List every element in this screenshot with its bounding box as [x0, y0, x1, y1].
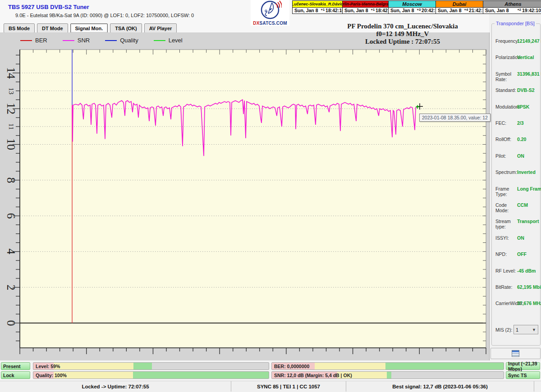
transponder-value: 2/3	[517, 120, 524, 126]
transponder-label: Polarization:	[495, 55, 517, 60]
transponder-row-frequency: Frequency:12149,247 MHz	[495, 38, 538, 44]
clock-time: Sun, Jan 8+118:42:10	[343, 8, 388, 14]
transponder-row-streamtype: Stream type:Transport	[495, 219, 538, 229]
transponder-label: Pilot:	[495, 153, 517, 159]
transponder-label: FEC:	[495, 120, 517, 126]
status-bar: Locked -> Uptime: 72:07:55 SYNC 85 | TEI…	[0, 381, 541, 392]
transponder-row-polarization: Polarization:Vertical	[495, 55, 538, 60]
y-axis-label-0: 0	[4, 320, 18, 326]
level-meter-label: Level: 59%	[33, 364, 60, 369]
satellite-subtitle: 9.0E - Eutelsat 9B/Ka-Sat 9A (ID: 0090) …	[15, 13, 194, 18]
transponder-label: ISSYI:	[495, 235, 517, 241]
transponder-label: Frequency:	[495, 38, 517, 44]
mode-tabs: BS ModeDT ModeSignal Mon.TSA (OK)AV Play…	[4, 23, 177, 33]
transponder-label: Standard:	[495, 87, 517, 93]
transponder-label: Spectrum:	[495, 169, 517, 175]
tab-dt-mode[interactable]: DT Mode	[37, 23, 68, 33]
transponder-row-symbolrate: Symbol Rate:31396,831 KS/s	[495, 71, 538, 82]
clock-berlin-paris-vienna-belg: Berlin-Paris-Vienna-BelgradeSun, Jan 8+1…	[343, 0, 389, 14]
chart-uptime: Locked Uptime : 72:07:55	[315, 38, 491, 46]
transponder-row-npd: NPD:OFF	[495, 251, 538, 257]
y-axis-label-13: 13	[7, 87, 15, 94]
snr-meter: SNR: 12,0 dB (Margin: 5,4 dB | OK)	[271, 371, 504, 379]
level-meter: Level: 59%	[33, 362, 269, 370]
chevron-down-icon: ▼	[532, 328, 536, 332]
transponder-value: Vertical	[517, 55, 534, 60]
plot-area[interactable]	[20, 50, 486, 348]
clock-dubai: DubaiSun, Jan 8+421:42:10	[436, 0, 483, 14]
transponder-value: -45 dBm	[517, 268, 536, 273]
status-uptime: Locked -> Uptime: 72:07:55	[0, 381, 231, 392]
ber-meter-label: BER: 0,0000000	[272, 364, 309, 369]
transponder-label: RollOff:	[495, 137, 517, 142]
lock-badge: Lock	[1, 371, 30, 379]
mis-row: MIS (2): 1 ▼	[495, 325, 538, 334]
y-axis-label-12: 12	[4, 103, 18, 114]
clock-time: Sun, Jan 8+219:42:10	[483, 8, 541, 14]
clock-city-label: Moscow	[389, 1, 436, 8]
transponder-value: 0.20	[517, 137, 526, 142]
transponder-label: CarrierWidth:	[495, 301, 517, 306]
chart-heading: PF Prodelin 370 cm_Lucenec/Slovakia f0=1…	[315, 23, 491, 46]
tab-bs-mode[interactable]: BS Mode	[4, 23, 35, 33]
tab-av-player[interactable]: AV Player	[144, 23, 177, 33]
transponder-row-rflevel: RF Level:-45 dBm	[495, 268, 538, 273]
clock-city-label: Berlin-Paris-Vienna-Belgrade	[343, 1, 388, 8]
quality-meter-label: Quality: 100%	[33, 373, 67, 378]
signal-chart-panel: BERSNRQualityLevel 2023-01-08 18.35.00, …	[0, 32, 490, 360]
transponder-title: Transponder [BS]	[495, 21, 536, 26]
transponder-label: BitRate:	[495, 284, 517, 290]
clock-lu-enec-slovakia-r-d-vid: Lučenec-Slovakia_R.DávidSun, Jan 8+118:4…	[292, 0, 343, 14]
signal-monitors: Present Level: 59% BER: 0,0000000 Input …	[0, 360, 541, 381]
status-sync-counters: SYNC 85 | TEI 1 | CC 1057	[231, 381, 346, 392]
transponder-groupbox: Transponder [BS] Frequency:12149,247 MHz…	[491, 23, 541, 346]
transponder-value: Long Frame	[517, 186, 541, 197]
y-axis-label-6: 6	[4, 213, 18, 219]
transponder-row-carrierwidth: CarrierWidth:37,676 MHz	[495, 301, 538, 306]
cursor-tooltip: 2023-01-08 18.35.00, value: 12	[419, 114, 491, 122]
snr-chart[interactable]	[0, 32, 489, 360]
transponder-value: 31396,831 KS/s	[517, 71, 541, 82]
y-axis-label-2: 2	[4, 284, 18, 290]
input-badge: Input (~21,39 Mbps)	[506, 362, 540, 370]
status-spacer	[534, 381, 541, 392]
y-axis-label-14: 14	[4, 67, 18, 79]
clock-time: Sun, Jan 8+421:42:10	[436, 8, 483, 14]
transponder-row-standard: Standard:DVB-S2	[495, 87, 538, 93]
transponder-row-spectrum: Spectrum:Inverted	[495, 169, 538, 175]
transponder-value: ON	[517, 235, 524, 241]
y-axis-label-11: 11	[7, 123, 15, 130]
tab-signal-mon[interactable]: Signal Mon.	[70, 23, 108, 33]
y-axis-label-10: 10	[4, 138, 18, 150]
transponder-label: RF Level:	[495, 268, 517, 273]
mis-select[interactable]: 1 ▼	[513, 325, 538, 334]
clock-time: Sun, Jan 8+320:42:10	[389, 8, 436, 14]
transponder-value: 12149,247 MHz	[517, 38, 541, 44]
transponder-row-issyi: ISSYI:ON	[495, 235, 538, 241]
transponder-label: Modulation:	[495, 104, 517, 109]
dxsatcs-logo: DXSATCS.COM	[251, 0, 289, 26]
chart-title: PF Prodelin 370 cm_Lucenec/Slovakia	[315, 23, 491, 30]
clock-athens: AthensSun, Jan 8+219:42:10	[483, 0, 541, 14]
y-axis-label-4: 4	[4, 249, 18, 255]
transponder-value: 8PSK	[517, 104, 529, 109]
transponder-value: OFF	[517, 251, 527, 257]
logo-text: DXSATCS.COM	[251, 21, 289, 26]
transponder-row-rolloff: RollOff:0.20	[495, 137, 538, 142]
present-badge: Present	[1, 362, 30, 370]
clock-city-label: Lučenec-Slovakia_R.Dávid	[293, 1, 342, 8]
status-best-signal: Best signal: 12,7 dB (2023-01-06 05:36)	[346, 381, 534, 392]
transponder-row-frametype: Frame Type:Long Frame	[495, 186, 538, 197]
tab-tsa-ok[interactable]: TSA (OK)	[110, 23, 142, 33]
transponder-value: ON	[517, 153, 524, 159]
stream-list-icon	[512, 350, 519, 357]
transport-stream-button[interactable]	[491, 348, 541, 359]
transponder-row-fec: FEC:2/3	[495, 120, 538, 126]
satellite-dish-logo-icon	[258, 0, 282, 20]
mis-value: 1	[516, 327, 518, 333]
chart-frequency: f0=12 149 MHz_V	[315, 30, 491, 38]
transponder-value: Transport	[517, 219, 539, 229]
transponder-value: DVB-S2	[517, 87, 535, 93]
transponder-label: NPD:	[495, 251, 517, 257]
transponder-row-modulation: Modulation:8PSK	[495, 104, 538, 109]
